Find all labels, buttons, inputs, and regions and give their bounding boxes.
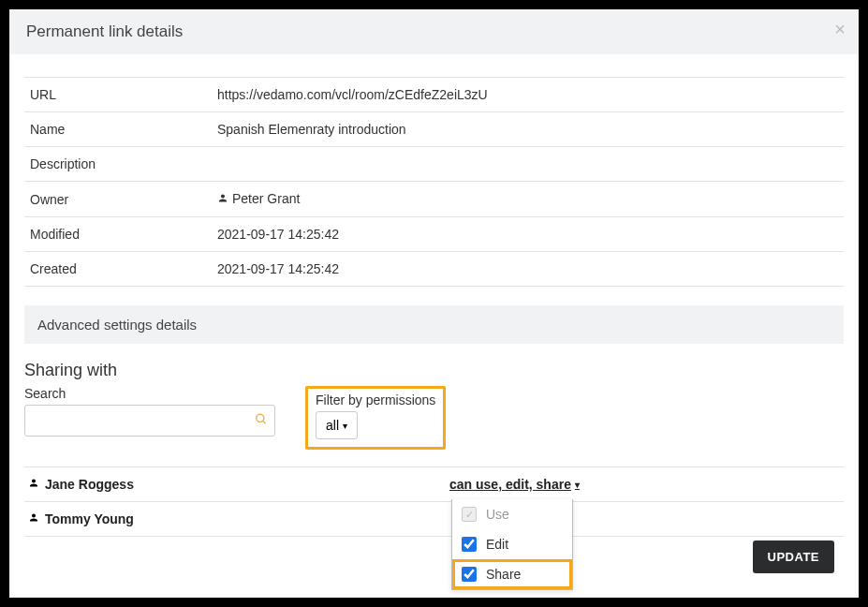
filter-value: all — [326, 418, 339, 433]
user-name-text: Jane Roggess — [45, 477, 134, 492]
perm-option-edit[interactable]: Edit — [452, 529, 572, 559]
search-icon[interactable] — [255, 413, 268, 429]
modal-title: Permanent link details — [26, 22, 183, 40]
row-modified: Modified 2021-09-17 14:25:42 — [24, 217, 844, 252]
caret-down-icon: ▾ — [575, 480, 580, 490]
url-value: https://vedamo.com/vcl/room/zCEdfeZ2eiL3… — [212, 78, 844, 112]
modal-header: Permanent link details × — [9, 9, 859, 54]
perm-use-label: Use — [486, 507, 509, 522]
advanced-settings-header[interactable]: Advanced settings details — [24, 305, 844, 344]
close-icon[interactable]: × — [834, 19, 846, 40]
sharing-heading: Sharing with — [24, 361, 844, 380]
details-table: URL https://vedamo.com/vcl/room/zCEdfeZ2… — [24, 77, 844, 287]
perm-filter-highlight: Filter by permissions all ▾ — [305, 386, 446, 450]
search-label: Search — [24, 386, 275, 401]
row-name: Name Spanish Elemenraty introduction — [24, 112, 844, 147]
svg-point-0 — [257, 415, 264, 422]
url-label: URL — [24, 78, 212, 112]
share-user-name: Tommy Young — [28, 511, 449, 526]
share-row-jane: Jane Roggess can use, edit, share ▾ ✓ Us… — [24, 466, 844, 502]
checkbox-use-disabled: ✓ — [462, 507, 477, 522]
update-button[interactable]: UPDATE — [753, 540, 834, 573]
description-label: Description — [24, 147, 212, 182]
search-wrap — [24, 405, 275, 437]
share-user-name: Jane Roggess — [28, 477, 449, 492]
search-input[interactable] — [24, 405, 275, 437]
perm-option-share[interactable]: Share — [452, 559, 572, 589]
checkbox-share[interactable] — [462, 567, 477, 582]
filter-label: Filter by permissions — [316, 392, 435, 407]
modified-label: Modified — [24, 217, 212, 252]
permission-dropdown-menu: ✓ Use Edit Share — [451, 499, 573, 590]
search-column: Search — [24, 386, 275, 437]
owner-name: Peter Grant — [232, 191, 300, 206]
description-value — [212, 147, 844, 182]
svg-line-1 — [263, 422, 266, 424]
person-icon — [217, 192, 228, 207]
name-label: Name — [24, 112, 212, 147]
permission-text: can use, edit, share — [449, 477, 571, 492]
user-name-text: Tommy Young — [45, 511, 134, 526]
filter-permissions-select[interactable]: all ▾ — [316, 411, 358, 439]
created-value: 2021-09-17 14:25:42 — [212, 252, 844, 287]
row-owner: Owner Peter Grant — [24, 182, 844, 217]
row-created: Created 2021-09-17 14:25:42 — [24, 252, 844, 287]
modal-content: URL https://vedamo.com/vcl/room/zCEdfeZ2… — [9, 54, 859, 537]
perm-edit-label: Edit — [486, 537, 508, 552]
filter-column: Filter by permissions all ▾ — [305, 386, 446, 450]
permission-dropdown-toggle[interactable]: can use, edit, share ▾ — [449, 477, 580, 492]
caret-down-icon: ▾ — [343, 421, 347, 431]
owner-value: Peter Grant — [212, 182, 844, 217]
perm-option-use[interactable]: ✓ Use — [452, 499, 572, 529]
share-list: Jane Roggess can use, edit, share ▾ ✓ Us… — [24, 466, 844, 537]
owner-label: Owner — [24, 182, 212, 217]
row-url: URL https://vedamo.com/vcl/room/zCEdfeZ2… — [24, 78, 844, 112]
checkbox-edit[interactable] — [462, 537, 477, 552]
modified-value: 2021-09-17 14:25:42 — [212, 217, 844, 252]
perm-share-label: Share — [486, 567, 521, 582]
share-row-tommy: Tommy Young — [24, 502, 844, 537]
person-icon — [28, 477, 39, 492]
row-description: Description — [24, 147, 844, 182]
advanced-settings-title: Advanced settings details — [37, 317, 197, 333]
person-icon — [28, 511, 39, 526]
name-value: Spanish Elemenraty introduction — [212, 112, 844, 147]
created-label: Created — [24, 252, 212, 287]
filters-row: Search Filter by permissions all ▾ — [24, 386, 844, 450]
